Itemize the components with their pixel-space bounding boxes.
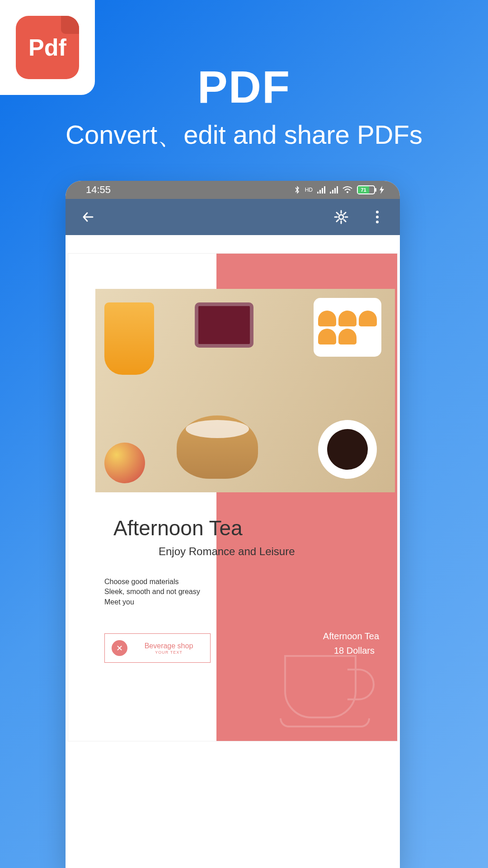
- svg-point-12: [376, 221, 379, 223]
- status-bar: 14:55 HD 71: [66, 181, 400, 199]
- pdf-page: Afternoon Tea Enjoy Romance and Leisure …: [68, 253, 398, 741]
- wifi-icon: [343, 186, 352, 193]
- more-vertical-icon: [375, 210, 379, 224]
- charging-icon: [380, 186, 384, 194]
- battery-icon: 71: [357, 185, 375, 194]
- svg-rect-3: [324, 186, 325, 193]
- svg-rect-7: [337, 186, 338, 193]
- phone-mockup: 14:55 HD 71: [66, 181, 400, 868]
- body-line-2: Sleek, smooth and not greasy: [104, 587, 200, 597]
- pastry-graphic: [177, 415, 258, 479]
- more-menu-button[interactable]: [368, 208, 386, 226]
- beverage-shop-box: ✕ Beverage shop YOUR TEXT: [104, 633, 211, 663]
- jam-bowl-graphic: [195, 302, 253, 348]
- food-photo: [95, 289, 395, 492]
- coffee-cup-graphic: [318, 420, 377, 479]
- back-button[interactable]: [79, 208, 97, 226]
- apple-graphic: [104, 443, 145, 483]
- svg-point-11: [376, 216, 379, 218]
- pdf-icon-label: Pdf: [28, 34, 66, 61]
- price-value: 18 Dollars: [323, 643, 379, 658]
- hero-title: PDF: [0, 61, 488, 113]
- status-icons: HD 71: [294, 185, 384, 194]
- app-toolbar: [66, 199, 400, 235]
- arrow-left-icon: [81, 210, 95, 224]
- svg-rect-6: [334, 188, 336, 193]
- body-line-3: Meet you: [104, 597, 200, 607]
- status-time: 14:55: [86, 184, 111, 196]
- body-line-1: Choose good materials: [104, 577, 200, 587]
- document-body-text: Choose good materials Sleek, smooth and …: [104, 577, 200, 607]
- juice-glass-graphic: [104, 302, 154, 375]
- signal-icon: HD: [305, 187, 313, 193]
- beverage-small-text: YOUR TEXT: [155, 650, 182, 655]
- svg-point-8: [347, 191, 348, 193]
- svg-rect-1: [319, 190, 321, 193]
- gear-icon: [334, 210, 348, 224]
- svg-point-9: [339, 215, 343, 219]
- price-title: Afternoon Tea: [323, 629, 379, 643]
- svg-rect-5: [332, 190, 333, 193]
- document-subtitle: Enjoy Romance and Leisure: [159, 545, 295, 558]
- svg-rect-0: [317, 192, 319, 193]
- beverage-label: Beverage shop: [145, 642, 193, 650]
- settings-button[interactable]: [332, 208, 350, 226]
- document-title: Afternoon Tea: [113, 516, 243, 540]
- svg-point-10: [376, 211, 379, 213]
- signal-bars-icon: [317, 186, 325, 193]
- utensils-icon: ✕: [112, 640, 127, 656]
- svg-rect-2: [322, 188, 323, 193]
- price-box: Afternoon Tea 18 Dollars: [323, 629, 379, 658]
- document-viewport[interactable]: Afternoon Tea Enjoy Romance and Leisure …: [66, 235, 400, 868]
- signal-bars-icon-2: [330, 186, 338, 193]
- hero-subtitle: Convert、edit and share PDFs: [0, 118, 488, 153]
- bluetooth-icon: [294, 185, 300, 194]
- svg-rect-4: [330, 192, 331, 193]
- battery-level: 71: [358, 186, 369, 193]
- orange-plate-graphic: [314, 298, 381, 357]
